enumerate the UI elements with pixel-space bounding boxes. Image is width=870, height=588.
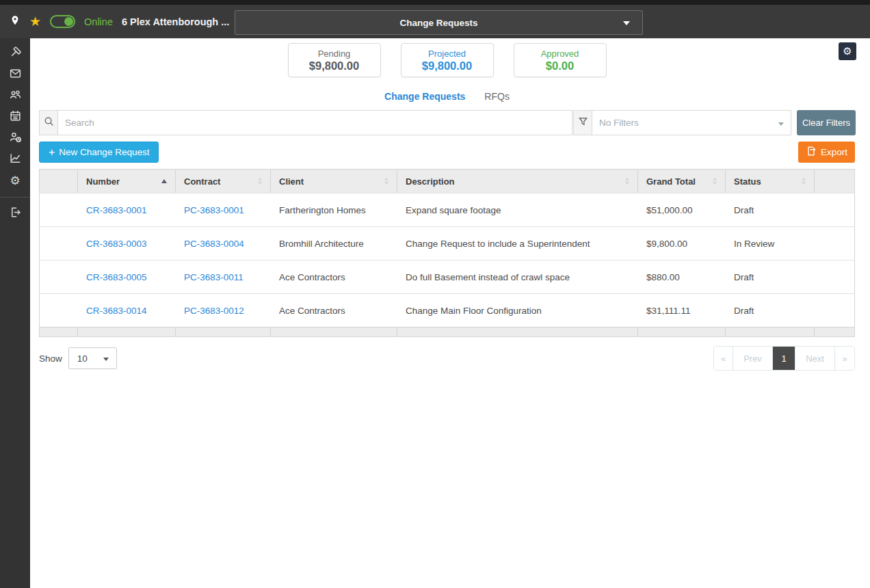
table-header: Number Contract Client Description Grand… (40, 170, 854, 193)
table-row[interactable]: CR-3683-0003 PC-3683-0004 Bromhill Archi… (40, 226, 854, 260)
search-input[interactable] (58, 110, 572, 135)
column-header-grand-total[interactable]: Grand Total (638, 170, 726, 193)
page-selector-dropdown[interactable]: Change Requests (235, 10, 643, 35)
prev-page-button[interactable]: Prev (733, 347, 773, 370)
sort-icon (713, 178, 717, 185)
description-cell: Change Main Floor Configuration (397, 294, 638, 327)
first-page-button[interactable]: « (714, 347, 733, 370)
sidebar-item-settings[interactable]: ⚙ (0, 170, 30, 191)
change-requests-table: Number Contract Client Description Grand… (39, 169, 855, 337)
chevron-down-icon (103, 358, 109, 361)
number-link[interactable]: CR-3683-0001 (86, 205, 147, 215)
filters-dropdown[interactable]: No Filters (592, 110, 791, 135)
projected-amount: $9,800.00 (422, 59, 472, 72)
contract-link[interactable]: PC-3683-0004 (184, 239, 244, 249)
actions-column-header (815, 170, 856, 193)
last-page-button[interactable]: » (835, 347, 854, 370)
row-actions-cell (815, 227, 856, 260)
column-label: Client (279, 176, 304, 187)
main-content: ⚙ Pending $9,800.00 Projected $9,800.00 … (30, 38, 870, 588)
sidebar: ⚙ (0, 38, 30, 588)
actions-row: + New Change Request Export (39, 142, 855, 163)
sidebar-item-projects[interactable] (0, 43, 30, 64)
tab-rfqs[interactable]: RFQs (484, 91, 510, 102)
column-label: Number (86, 176, 120, 187)
row-actions-cell (815, 193, 856, 226)
next-page-button[interactable]: Next (795, 347, 835, 370)
client-cell: Fartherington Homes (271, 193, 397, 226)
status-cell: Draft (726, 260, 815, 293)
description-cell: Change Request to include a Superintende… (397, 227, 638, 260)
client-cell: Ace Contractors (271, 260, 397, 293)
page-size-select[interactable]: 10 (68, 347, 117, 369)
online-status-label: Online (84, 16, 113, 27)
page-settings-button[interactable]: ⚙ (839, 42, 856, 60)
show-label: Show (39, 353, 62, 364)
description-cell: Do full Basement instead of crawl space (397, 260, 638, 293)
contract-link[interactable]: PC-3683-0011 (184, 272, 243, 282)
new-change-request-button[interactable]: + New Change Request (39, 142, 159, 163)
current-page-button[interactable]: 1 (773, 347, 795, 370)
sort-asc-icon (161, 179, 167, 183)
projected-label: Projected (428, 49, 466, 59)
status-cell: Draft (726, 294, 815, 327)
gear-icon: ⚙ (10, 175, 20, 187)
sidebar-item-team[interactable] (0, 85, 30, 107)
column-header-number[interactable]: Number (78, 170, 176, 193)
sort-icon (625, 178, 629, 185)
status-cell: In Review (726, 227, 815, 260)
sidebar-item-reports[interactable] (0, 149, 30, 170)
location-pin-icon[interactable] (10, 14, 21, 29)
favorite-star-icon[interactable]: ★ (29, 15, 41, 28)
sidebar-item-time-tracking[interactable] (0, 128, 30, 149)
project-name[interactable]: 6 Plex Attenborough ... (122, 16, 229, 27)
select-column-header (40, 170, 78, 193)
sidebar-item-messages[interactable] (0, 64, 30, 85)
export-icon (806, 146, 817, 159)
table-row[interactable]: CR-3683-0005 PC-3683-0011 Ace Contractor… (40, 260, 854, 293)
column-header-description[interactable]: Description (397, 170, 638, 193)
sidebar-divider (0, 197, 30, 198)
column-header-client[interactable]: Client (271, 170, 397, 193)
client-cell: Bromhill Architecture (271, 227, 397, 260)
sort-icon (802, 178, 806, 185)
number-link[interactable]: CR-3683-0003 (86, 239, 147, 249)
search-icon-box (39, 110, 58, 135)
contract-link[interactable]: PC-3683-0012 (184, 306, 244, 316)
column-label: Contract (184, 176, 220, 187)
row-actions-cell (815, 260, 856, 293)
logout-icon (9, 206, 22, 222)
number-link[interactable]: CR-3683-0014 (86, 306, 147, 316)
chevron-down-icon (623, 21, 630, 25)
table-row[interactable]: CR-3683-0014 PC-3683-0012 Ace Contractor… (40, 293, 854, 327)
column-label: Description (406, 176, 455, 187)
row-select-cell (40, 193, 78, 226)
row-actions-cell (815, 294, 856, 327)
team-icon (9, 88, 22, 104)
sidebar-item-logout[interactable] (0, 203, 30, 224)
filters-value: No Filters (599, 118, 639, 128)
export-button[interactable]: Export (798, 142, 855, 163)
online-toggle[interactable] (50, 15, 75, 28)
new-change-request-label: New Change Request (59, 147, 149, 157)
tab-bar: Change Requests RFQs (39, 91, 855, 102)
user-clock-icon (9, 131, 22, 146)
grand-total-cell: $9,800.00 (638, 227, 726, 260)
plus-icon: + (49, 146, 55, 159)
grand-total-cell: $31,111.11 (638, 294, 726, 327)
column-header-contract[interactable]: Contract (176, 170, 271, 193)
number-link[interactable]: CR-3683-0005 (86, 272, 147, 282)
table-row[interactable]: CR-3683-0001 PC-3683-0001 Fartherington … (40, 193, 854, 226)
sidebar-item-schedule[interactable] (0, 107, 30, 128)
pagination: « Prev 1 Next » (713, 346, 855, 371)
row-select-cell (40, 260, 78, 293)
toggle-knob (64, 17, 73, 26)
tab-change-requests[interactable]: Change Requests (384, 91, 465, 102)
table-footer-controls: Show 10 « Prev 1 Next » (39, 346, 855, 371)
gear-icon: ⚙ (843, 45, 852, 57)
clear-filters-button[interactable]: Clear Filters (797, 110, 856, 135)
column-header-status[interactable]: Status (726, 170, 815, 193)
contract-link[interactable]: PC-3683-0001 (184, 205, 244, 215)
hammer-icon (9, 46, 22, 62)
pending-amount: $9,800.00 (309, 59, 359, 72)
